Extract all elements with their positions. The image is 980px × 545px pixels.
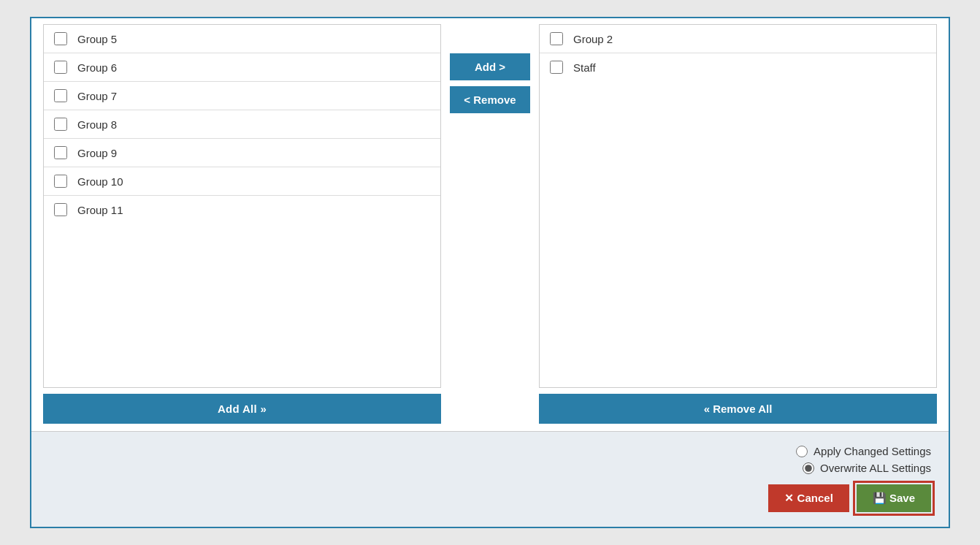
list-item-label: Group 2 xyxy=(573,33,613,45)
left-panel: Group 5Group 6Group 7Group 8Group 9Group… xyxy=(43,24,441,424)
list-item-checkbox[interactable] xyxy=(54,146,67,159)
list-item-checkbox[interactable] xyxy=(550,32,563,45)
add-button[interactable]: Add > xyxy=(450,53,530,80)
list-item[interactable]: Group 10 xyxy=(44,167,440,196)
list-item[interactable]: Group 7 xyxy=(44,82,440,110)
list-item-checkbox[interactable] xyxy=(54,32,67,45)
list-item-checkbox[interactable] xyxy=(54,118,67,131)
main-dialog: Group 5Group 6Group 7Group 8Group 9Group… xyxy=(30,17,950,528)
footer-buttons: ✕ Cancel 💾 Save xyxy=(49,484,931,512)
list-item-checkbox[interactable] xyxy=(54,89,67,102)
list-item[interactable]: Group 2 xyxy=(540,25,936,53)
apply-changed-label: Apply Changed Settings xyxy=(814,445,931,457)
remove-button[interactable]: < Remove xyxy=(450,86,530,113)
right-list-box[interactable]: Group 2Staff xyxy=(539,24,937,388)
footer-section: Apply Changed Settings Overwrite ALL Set… xyxy=(31,431,949,527)
list-item-checkbox[interactable] xyxy=(550,61,563,74)
list-item-label: Group 6 xyxy=(77,61,117,74)
list-item-label: Group 11 xyxy=(77,204,123,216)
apply-changed-radio[interactable] xyxy=(796,446,808,457)
list-item-label: Group 7 xyxy=(77,90,117,102)
list-item[interactable]: Group 11 xyxy=(44,196,440,224)
overwrite-all-option[interactable]: Overwrite ALL Settings xyxy=(803,462,931,474)
add-all-button[interactable]: Add All » xyxy=(43,394,441,424)
middle-controls: Add > < Remove xyxy=(450,24,530,424)
list-item-checkbox[interactable] xyxy=(54,175,67,188)
save-button[interactable]: 💾 Save xyxy=(857,484,931,512)
footer-options: Apply Changed Settings Overwrite ALL Set… xyxy=(49,445,931,474)
overwrite-all-label: Overwrite ALL Settings xyxy=(820,462,931,474)
list-item-checkbox[interactable] xyxy=(54,203,67,216)
list-item-label: Group 9 xyxy=(77,147,117,159)
list-item-label: Group 5 xyxy=(77,33,117,45)
list-item[interactable]: Group 5 xyxy=(44,25,440,53)
left-list-box[interactable]: Group 5Group 6Group 7Group 8Group 9Group… xyxy=(43,24,441,388)
overwrite-all-radio[interactable] xyxy=(803,462,814,474)
list-item[interactable]: Group 6 xyxy=(44,53,440,82)
list-item[interactable]: Group 8 xyxy=(44,110,440,139)
list-item-checkbox[interactable] xyxy=(54,61,67,74)
list-item-label: Staff xyxy=(573,61,596,74)
apply-changed-option[interactable]: Apply Changed Settings xyxy=(796,445,931,457)
remove-all-button[interactable]: « Remove All xyxy=(539,394,937,424)
list-item[interactable]: Staff xyxy=(540,53,936,81)
content-area: Group 5Group 6Group 7Group 8Group 9Group… xyxy=(31,18,949,424)
list-item-label: Group 10 xyxy=(77,175,123,188)
cancel-button[interactable]: ✕ Cancel xyxy=(768,484,849,512)
right-panel: Group 2Staff « Remove All xyxy=(539,24,937,424)
list-item[interactable]: Group 9 xyxy=(44,139,440,167)
list-item-label: Group 8 xyxy=(77,118,117,131)
